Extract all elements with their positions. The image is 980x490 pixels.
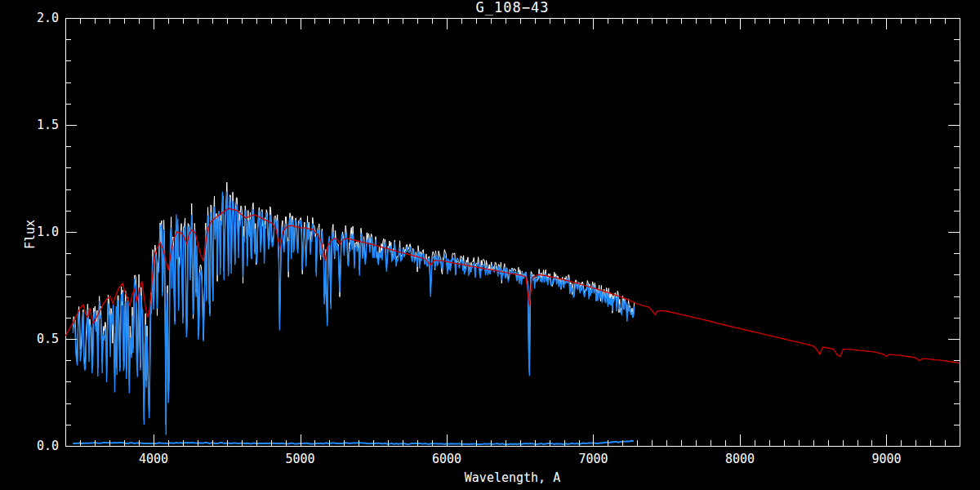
x-tick-label: 7000 [578,452,608,466]
spectral-plot: 4000500060007000800090000.00.51.01.52.0 … [0,0,980,490]
plot-title: G_108−43 [65,1,960,15]
x-tick-label: 9000 [871,452,901,466]
x-tick-label: 4000 [139,452,168,466]
y-tick-label: 1.0 [37,225,59,239]
y-tick-label: 0.5 [37,332,59,346]
y-tick-label: 2.0 [37,11,59,25]
plot-canvas: 4000500060007000800090000.00.51.01.52.0 [0,0,980,490]
y-tick-label: 1.5 [37,118,59,132]
x-axis-label: Wavelength, A [65,471,960,485]
y-axis-label: Flux [24,220,38,249]
x-tick-label: 6000 [432,452,461,466]
plot-border [66,19,960,447]
x-tick-label: 8000 [725,452,755,466]
y-tick-label: 0.0 [37,439,59,453]
x-tick-label: 5000 [285,452,314,466]
